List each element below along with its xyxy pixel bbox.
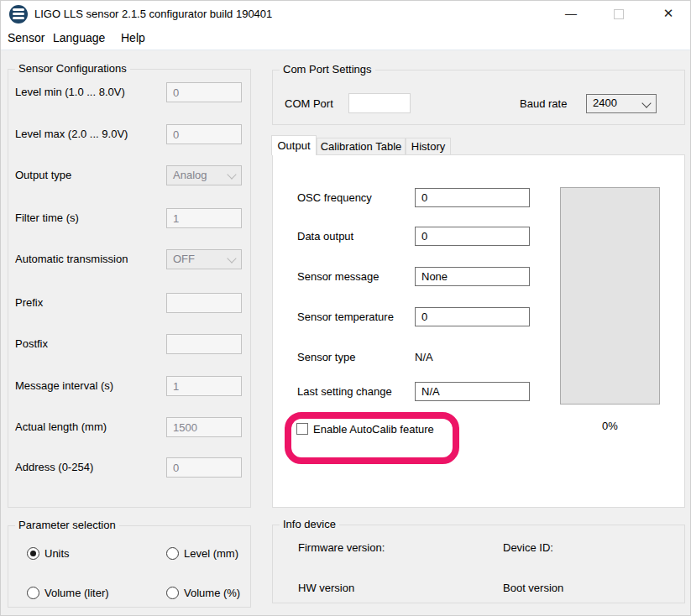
com-port-label: COM Port xyxy=(285,94,333,114)
baud-rate-dropdown[interactable]: 2400 xyxy=(586,94,657,113)
radio-icon xyxy=(166,547,179,560)
com-port-settings-title: Com Port Settings xyxy=(280,63,375,76)
field-row-output-type: Output type Analog xyxy=(8,165,250,185)
field-row-message-interval: Message interval (s) xyxy=(8,376,250,396)
annotation-highlight-ring xyxy=(285,412,459,464)
auto-transmission-dropdown[interactable]: OFF xyxy=(166,249,242,269)
radio-level-mm-label: Level (mm) xyxy=(184,546,238,561)
hw-version-label: HW version xyxy=(298,581,354,596)
maximize-button[interactable] xyxy=(602,1,636,28)
level-percent-label: 0% xyxy=(560,420,660,432)
chevron-down-icon xyxy=(641,98,651,107)
address-input[interactable] xyxy=(166,457,242,478)
sensor-type-value: N/A xyxy=(415,347,433,367)
autocalib-checkbox-label: Enable AutoCalib feature xyxy=(313,422,434,436)
info-device-title: Info device xyxy=(280,518,339,530)
address-label: Address (0-254) xyxy=(15,457,93,478)
minimize-button[interactable]: — xyxy=(554,1,588,28)
com-port-settings-group: Com Port Settings COM Port Baud rate 240… xyxy=(272,70,685,125)
message-interval-input[interactable] xyxy=(166,376,242,396)
sensor-message-label: Sensor message xyxy=(297,267,380,286)
postfix-label: Postfix xyxy=(15,334,48,354)
field-row-level-max: Level max (2.0 ... 9.0V) xyxy=(8,124,250,144)
osc-frequency-label: OSC frequency xyxy=(297,188,372,207)
firmware-version-label: Firmware version: xyxy=(298,540,385,556)
sensor-configurations-group: Sensor Configurations Level min (1.0 ...… xyxy=(8,69,251,508)
chevron-down-icon xyxy=(227,253,236,263)
radio-icon xyxy=(27,587,39,599)
autocalib-checkbox[interactable] xyxy=(296,423,308,435)
tab-output[interactable]: Output xyxy=(271,135,317,155)
output-type-value: Analog xyxy=(173,169,207,181)
field-row-actual-length: Actual length (mm) xyxy=(8,417,250,437)
menu-sensor[interactable]: Sensor xyxy=(8,28,44,50)
device-id-label: Device ID: xyxy=(503,540,553,556)
radio-volume-liter-label: Volume (liter) xyxy=(44,586,109,601)
close-button[interactable]: ✕ xyxy=(652,1,685,28)
prefix-label: Prefix xyxy=(15,293,43,313)
radio-icon xyxy=(166,587,179,599)
filter-time-label: Filter time (s) xyxy=(15,208,79,228)
chevron-down-icon xyxy=(227,170,236,179)
output-type-label: Output type xyxy=(15,165,71,185)
field-row-auto-transmission: Automatic transmission OFF xyxy=(8,249,250,269)
output-tab-panel: OSC frequency Data output Sensor message… xyxy=(272,154,685,508)
actual-length-input[interactable] xyxy=(166,417,242,437)
sensor-temperature-input[interactable] xyxy=(415,307,530,326)
radio-units-label: Units xyxy=(44,546,70,561)
field-row-level-min: Level min (1.0 ... 8.0V) xyxy=(8,82,250,102)
tab-history[interactable]: History xyxy=(406,138,451,155)
tab-calibration-table[interactable]: Calibration Table xyxy=(317,138,406,155)
output-type-dropdown[interactable]: Analog xyxy=(166,165,242,185)
last-setting-change-input[interactable] xyxy=(415,382,530,401)
info-device-group: Info device Firmware version: Device ID:… xyxy=(272,525,685,603)
field-row-filter-time: Filter time (s) xyxy=(8,208,250,228)
app-icon xyxy=(9,5,28,23)
field-row-prefix: Prefix xyxy=(8,293,250,313)
message-interval-label: Message interval (s) xyxy=(15,376,113,396)
boot-version-label: Boot version xyxy=(503,581,563,596)
com-port-input[interactable] xyxy=(348,93,411,113)
sensor-type-label: Sensor type xyxy=(297,347,355,367)
prefix-input[interactable] xyxy=(166,293,242,313)
radio-icon xyxy=(27,547,39,560)
window-title: LIGO LLS sensor 2.1.5 configurator build… xyxy=(34,1,272,28)
last-setting-change-label: Last setting change xyxy=(297,382,392,401)
app-window: LIGO LLS sensor 2.1.5 configurator build… xyxy=(0,0,691,616)
sensor-temperature-label: Sensor temperature xyxy=(297,307,394,326)
menu-language[interactable]: Language xyxy=(53,28,105,50)
sensor-message-input[interactable] xyxy=(415,267,530,286)
menu-help[interactable]: Help xyxy=(121,28,145,50)
parameter-selection-title: Parameter selection xyxy=(15,519,119,531)
field-row-postfix: Postfix xyxy=(8,334,250,354)
filter-time-input[interactable] xyxy=(166,208,242,228)
baud-rate-label: Baud rate xyxy=(520,94,567,114)
auto-transmission-label: Automatic transmission xyxy=(15,249,128,269)
field-row-address: Address (0-254) xyxy=(8,457,250,478)
radio-volume-percent-label: Volume (%) xyxy=(184,586,240,601)
parameter-selection-group: Parameter selection Units Level (mm) Vol… xyxy=(8,525,251,608)
auto-transmission-value: OFF xyxy=(173,253,195,265)
title-bar: LIGO LLS sensor 2.1.5 configurator build… xyxy=(1,1,690,28)
level-min-label: Level min (1.0 ... 8.0V) xyxy=(15,82,125,102)
postfix-input[interactable] xyxy=(166,334,242,354)
sensor-configurations-title: Sensor Configurations xyxy=(15,62,130,75)
level-indicator xyxy=(560,187,660,405)
actual-length-label: Actual length (mm) xyxy=(15,417,107,437)
osc-frequency-input[interactable] xyxy=(415,188,530,207)
maximize-icon xyxy=(614,9,624,19)
data-output-input[interactable] xyxy=(415,227,530,246)
data-output-label: Data output xyxy=(297,227,353,246)
baud-rate-value: 2400 xyxy=(593,97,617,109)
menu-bar: Sensor Language Help xyxy=(1,28,690,50)
level-min-input[interactable] xyxy=(166,82,242,102)
level-max-input[interactable] xyxy=(166,124,242,144)
level-max-label: Level max (2.0 ... 9.0V) xyxy=(15,124,128,144)
